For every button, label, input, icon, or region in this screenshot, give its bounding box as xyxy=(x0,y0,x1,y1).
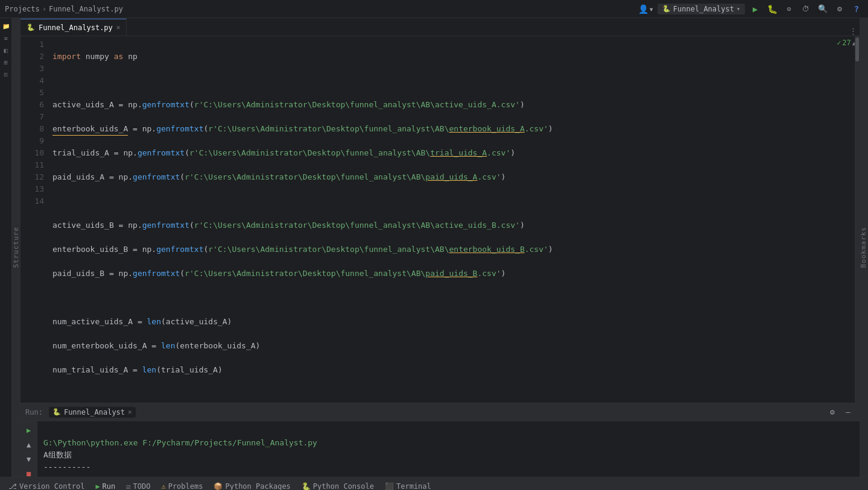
editor-top: 🐍 Funnel_Analyst.py ✕ ⋮ 12345 678910 111… xyxy=(21,18,860,403)
run-tool-label: Run xyxy=(103,482,116,491)
tab-bar: 🐍 Funnel_Analyst.py ✕ ⋮ xyxy=(21,18,860,36)
tab-label: Funnel_Analyst.py xyxy=(39,24,113,32)
run-tab-label: Funnel_Analyst xyxy=(64,408,125,416)
version-control-button[interactable]: ⎇ Version Control xyxy=(4,481,89,491)
check-count: 27 xyxy=(842,39,851,47)
project-icon[interactable]: 📁 xyxy=(1,20,11,31)
version-control-label: Version Control xyxy=(19,482,84,491)
python-console-button[interactable]: 🐍 Python Console xyxy=(297,481,379,491)
code-line-10: paid_uids_B = np.genfromtxt(r'C:\Users\A… xyxy=(52,268,838,280)
run-toolbar: ▶ ▲ ▼ ■ ⇌ 🖨 📌 🗑 xyxy=(21,421,37,477)
breadcrumb-file: Funnel_Analyst.py xyxy=(49,5,123,13)
terminal-label: Terminal xyxy=(396,482,431,491)
code-line-13: num_enterbook_uids_A = len(enterbook_uid… xyxy=(52,340,838,352)
sidebar-icon-2[interactable]: ≡ xyxy=(1,33,11,43)
scroll-up-button[interactable]: ▲ xyxy=(22,438,36,451)
breadcrumb-project[interactable]: Projects xyxy=(5,5,40,13)
code-line-1: import numpy as np xyxy=(52,51,838,63)
coverage-button[interactable]: ⊙ xyxy=(782,2,796,16)
code-line-4: enterbook_uids_A = np.genfromtxt(r'C:\Us… xyxy=(52,123,838,135)
run-panel-settings[interactable]: ⚙ xyxy=(826,406,839,419)
output-line-2: ---------- xyxy=(43,462,90,471)
tab-python-icon: 🐍 xyxy=(27,24,35,31)
title-bar: Projects › Funnel_Analyst.py 👤▾ 🐍 Funnel… xyxy=(0,0,868,18)
problems-label: Problems xyxy=(168,482,203,491)
problems-button[interactable]: ⚠ Problems xyxy=(156,481,207,491)
stop-button[interactable]: ■ xyxy=(22,467,36,477)
code-line-8: active_uids_B = np.genfromtxt(r'C:\Users… xyxy=(52,219,838,231)
breadcrumb: Projects › Funnel_Analyst.py xyxy=(5,5,123,13)
output-line-cmd: G:\Python\python.exe F:/Pycharm/Projects… xyxy=(43,438,317,447)
run-tab-funnel-analyst[interactable]: 🐍 Funnel_Analyst ✕ xyxy=(49,407,136,418)
code-line-2 xyxy=(52,75,838,87)
output-line-1: A组数据 xyxy=(43,450,72,459)
problems-icon: ⚠ xyxy=(161,482,165,491)
structure-panel[interactable]: Structure xyxy=(12,18,21,477)
run-tab-icon: 🐍 xyxy=(52,408,61,416)
editor-bottom: Run: 🐍 Funnel_Analyst ✕ ⚙ — ▶ ▲ ▼ xyxy=(21,403,860,477)
title-bar-right: 👤▾ 🐍 Funnel_Analyst ▾ ▶ 🐛 ⊙ ⏱ 🔍 ⚙ ? xyxy=(638,2,863,16)
bookmarks-label: Bookmarks xyxy=(860,227,867,268)
code-line-7 xyxy=(52,195,838,207)
main-layout: 📁 ≡ ◧ ⊞ ⊡ Structure 🐍 Funnel_Analyst.py … xyxy=(0,18,868,477)
sidebar-left: 📁 ≡ ◧ ⊞ ⊡ xyxy=(0,18,12,477)
more-tabs-icon[interactable]: ⋮ xyxy=(849,27,857,36)
code-editor[interactable]: 12345 678910 11121314 import numpy as np… xyxy=(21,36,860,403)
run-panel-minimize[interactable]: — xyxy=(841,406,855,419)
run-tab-close[interactable]: ✕ xyxy=(128,408,132,416)
editor-split: 🐍 Funnel_Analyst.py ✕ ⋮ 12345 678910 111… xyxy=(21,18,860,477)
run-tool-button[interactable]: ▶ Run xyxy=(90,481,120,491)
sidebar-icon-3[interactable]: ◧ xyxy=(1,45,11,55)
python-packages-label: Python Packages xyxy=(225,482,290,491)
gutter-right: ✓ 27 ▲ ▼ xyxy=(843,36,855,403)
run-config-selector[interactable]: 🐍 Funnel_Analyst ▾ xyxy=(657,4,745,14)
todo-button[interactable]: ☑ TODO xyxy=(121,481,155,491)
version-control-icon: ⎇ xyxy=(8,482,17,491)
python-packages-button[interactable]: 📦 Python Packages xyxy=(209,481,295,491)
tab-funnel-analyst[interactable]: 🐍 Funnel_Analyst.py ✕ xyxy=(21,19,127,36)
search-everywhere-button[interactable]: 🔍 xyxy=(816,2,829,16)
terminal-icon: ⬛ xyxy=(385,482,394,491)
code-line-12: num_active_uids_A = len(active_uids_A) xyxy=(52,316,838,328)
run-tool-icon: ▶ xyxy=(95,482,100,491)
sidebar-icon-5[interactable]: ⊡ xyxy=(1,69,11,80)
settings-button[interactable]: ⚙ xyxy=(833,2,846,16)
editor-scrollbar[interactable] xyxy=(855,36,860,403)
debug-button[interactable]: 🐛 xyxy=(765,2,779,16)
code-content[interactable]: import numpy as np active_uids_A = np.ge… xyxy=(48,36,843,403)
python-packages-icon: 📦 xyxy=(214,482,223,491)
profile-button[interactable]: ⏱ xyxy=(799,2,813,16)
terminal-button[interactable]: ⬛ Terminal xyxy=(380,481,436,491)
line-numbers: 12345 678910 11121314 xyxy=(21,36,48,403)
scroll-down-button[interactable]: ▼ xyxy=(22,453,36,466)
run-label: Run: xyxy=(25,408,43,416)
sidebar-icon-4[interactable]: ⊞ xyxy=(1,57,11,68)
rerun-button[interactable]: ▶ xyxy=(22,424,36,437)
code-line-5: trial_uids_A = np.genfromtxt(r'C:\Users\… xyxy=(52,147,838,159)
help-button[interactable]: ? xyxy=(850,2,863,16)
code-line-14: num_trial_uids_A = len(trial_uids_A) xyxy=(52,364,838,376)
tab-close-button[interactable]: ✕ xyxy=(116,24,121,31)
python-console-icon: 🐍 xyxy=(302,482,311,491)
user-icon[interactable]: 👤▾ xyxy=(638,4,653,14)
todo-label: TODO xyxy=(133,482,151,491)
code-line-3: active_uids_A = np.genfromtxt(r'C:\Users… xyxy=(52,99,838,111)
run-panel-header: Run: 🐍 Funnel_Analyst ✕ ⚙ — xyxy=(21,403,860,421)
structure-label: Structure xyxy=(12,227,20,268)
todo-icon: ☑ xyxy=(126,482,130,491)
bookmarks-panel[interactable]: Bookmarks xyxy=(860,18,868,477)
code-line-6: paid_uids_A = np.genfromtxt(r'C:\Users\A… xyxy=(52,171,838,183)
title-bar-left: Projects › Funnel_Analyst.py xyxy=(5,5,123,13)
run-button[interactable]: ▶ xyxy=(749,2,762,16)
run-panel-tools: ⚙ — xyxy=(826,406,855,419)
scrollbar-thumb xyxy=(855,37,859,61)
bottom-toolbar: ⎇ Version Control ▶ Run ☑ TODO ⚠ Problem… xyxy=(0,477,868,490)
code-line-11 xyxy=(52,292,838,304)
tab-bar-end: ⋮ xyxy=(127,27,860,36)
run-content: ▶ ▲ ▼ ■ ⇌ 🖨 📌 🗑 G:\Python\python.exe F:/… xyxy=(21,421,860,477)
console-output: G:\Python\python.exe F:/Pycharm/Projects… xyxy=(37,421,860,477)
python-console-label: Python Console xyxy=(313,482,374,491)
code-line-9: enterbook_uids_B = np.genfromtxt(r'C:\Us… xyxy=(52,243,838,256)
